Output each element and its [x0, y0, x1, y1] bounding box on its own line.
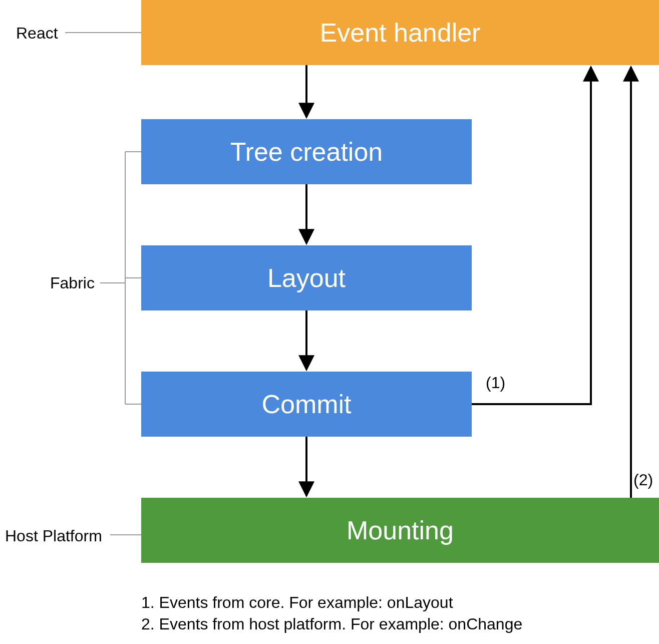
edge-label-2: (2)	[633, 471, 653, 489]
box-commit: Commit	[141, 372, 472, 437]
box-tree-creation: Tree creation	[141, 119, 472, 184]
arrow-commit-to-event-1	[472, 67, 591, 404]
box-event-handler: Event handler	[141, 0, 659, 65]
box-mounting: Mounting	[141, 498, 659, 563]
edge-label-1: (1)	[486, 374, 505, 392]
label-fabric: Fabric	[50, 274, 95, 292]
footnote-2: 2. Events from host platform. For exampl…	[141, 615, 522, 633]
footnote-1: 1. Events from core. For example: onLayo…	[141, 593, 453, 612]
diagram-canvas: React Fabric Host Platform Event handler…	[0, 0, 659, 644]
box-layout: Layout	[141, 245, 472, 310]
label-react: React	[16, 24, 58, 43]
label-host-platform: Host Platform	[5, 527, 102, 545]
connector-fabric	[100, 152, 141, 404]
